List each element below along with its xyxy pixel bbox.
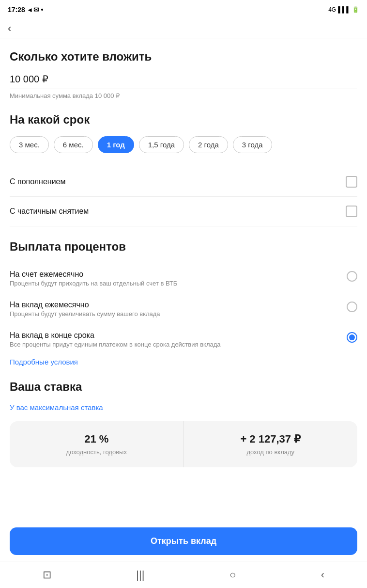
pill-6-months[interactable]: 6 мес.: [54, 136, 93, 153]
detailed-conditions-link[interactable]: Подробные условия: [10, 358, 78, 366]
stat-income: + 2 127,37 ₽ доход по вкладу: [184, 421, 358, 467]
amount-hint: Минимальная сумма вклада 10 000 ₽: [10, 92, 357, 99]
payout-option-deposit-monthly[interactable]: На вклад ежемесячно Проценты будут увели…: [10, 294, 357, 324]
stat-income-label: доход по вкладу: [192, 448, 350, 456]
payout-title: Выплата процентов: [10, 240, 357, 254]
checkbox-replenishment-box[interactable]: [346, 176, 357, 188]
stat-rate-value: 21 %: [17, 433, 176, 445]
amount-value[interactable]: 10 000 ₽: [10, 73, 357, 89]
checkboxes-section: С пополнением С частичным снятием: [10, 167, 357, 226]
nav-menu-icon[interactable]: |||: [124, 565, 156, 585]
payout-option-deposit-end[interactable]: На вклад в конце срока Все проценты прид…: [10, 324, 357, 355]
status-bar: 17:28 ◂ ✉ • 4G ▌▌▌ 🔋: [0, 0, 367, 17]
pill-3-years[interactable]: 3 года: [233, 136, 272, 153]
status-right: 4G ▌▌▌ 🔋: [328, 6, 359, 13]
radio-account-monthly[interactable]: [347, 271, 357, 282]
nav-gallery-icon[interactable]: ⊡: [31, 565, 63, 585]
pill-2-years[interactable]: 2 года: [189, 136, 228, 153]
back-button[interactable]: ‹: [0, 17, 19, 38]
payout-section: Выплата процентов На счет ежемесячно Про…: [10, 240, 357, 366]
open-deposit-button[interactable]: Открыть вклад: [10, 527, 357, 555]
rate-title: Ваша ставка: [10, 380, 357, 394]
radio-deposit-monthly[interactable]: [347, 302, 357, 312]
bottom-nav: ⊡ ||| ○ ‹: [0, 561, 367, 588]
period-title: На какой срок: [10, 113, 357, 127]
pill-1-year[interactable]: 1 год: [98, 136, 134, 153]
amount-title: Сколько хотите вложить: [10, 50, 357, 64]
period-pills: 3 мес. 6 мес. 1 год 1,5 года 2 года 3 го…: [10, 136, 357, 153]
rate-subtitle: У вас максимальная ставка: [10, 403, 357, 412]
radio-deposit-end[interactable]: [347, 332, 357, 343]
rate-section: Ваша ставка У вас максимальная ставка: [10, 380, 357, 412]
stats-card: 21 % доходность, годовых + 2 127,37 ₽ до…: [10, 421, 357, 467]
back-arrow-icon: ‹: [8, 23, 11, 34]
pill-1-5-years[interactable]: 1,5 года: [139, 136, 184, 153]
checkbox-replenishment[interactable]: С пополнением: [10, 167, 357, 197]
payout-option-account-monthly[interactable]: На счет ежемесячно Проценты будут приход…: [10, 263, 357, 294]
stat-rate-label: доходность, годовых: [17, 448, 176, 456]
amount-section: Сколько хотите вложить 10 000 ₽ Минималь…: [10, 50, 357, 99]
checkbox-partial-withdrawal-box[interactable]: [346, 206, 357, 217]
stat-rate: 21 % доходность, годовых: [10, 421, 184, 467]
period-section: На какой срок 3 мес. 6 мес. 1 год 1,5 го…: [10, 113, 357, 153]
pill-3-months[interactable]: 3 мес.: [10, 136, 49, 153]
checkbox-partial-withdrawal[interactable]: С частичным снятием: [10, 197, 357, 226]
open-btn-wrap: Открыть вклад: [0, 522, 367, 561]
nav-back-icon[interactable]: ‹: [309, 565, 336, 585]
main-content: Сколько хотите вложить 10 000 ₽ Минималь…: [0, 38, 367, 525]
nav-home-icon[interactable]: ○: [218, 565, 247, 585]
status-time: 17:28 ◂ ✉ •: [8, 6, 44, 14]
stat-income-value: + 2 127,37 ₽: [192, 433, 350, 445]
